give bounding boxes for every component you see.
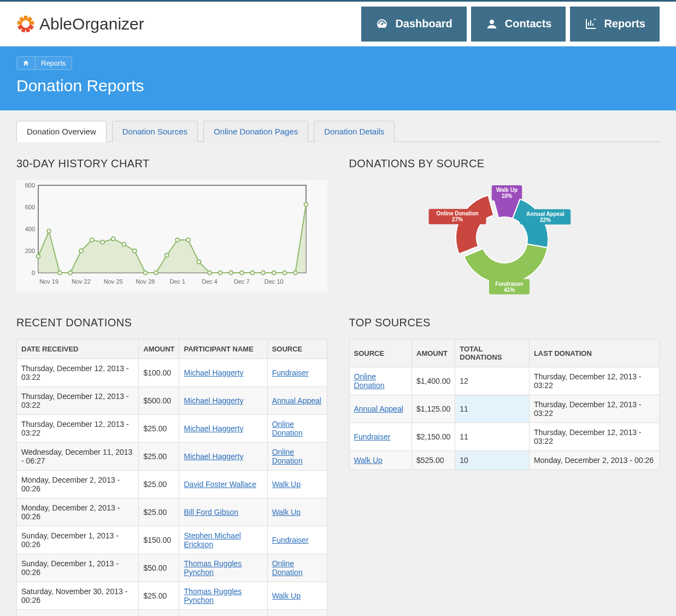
svg-point-32 [133,249,137,253]
tab-donation-overview[interactable]: Donation Overview [16,121,107,142]
tab-online-donation-pages[interactable]: Online Donation Pages [203,121,308,142]
svg-point-25 [58,271,62,275]
line-chart-svg: 0200400600800Nov 19Nov 22Nov 25Nov 28Dec… [16,180,311,289]
cell-amount: $1,400.00 [412,367,455,395]
source-link[interactable]: Online Donation [272,559,303,577]
svg-text:200: 200 [25,248,35,254]
participant-link[interactable]: Michael Haggerty [184,452,243,461]
svg-text:400: 400 [25,226,35,232]
svg-text:22%: 22% [540,217,551,223]
source-link[interactable]: Walk Up [354,456,383,465]
brand-name: AbleOrganizer [39,15,144,33]
cell-source: Annual Appeal [349,395,412,423]
cell-source: Online Donation [267,443,327,471]
svg-point-46 [283,271,286,275]
svg-point-42 [240,271,244,275]
table-row: Fundraiser$2,150.0011Thursday, December … [349,423,660,451]
gauge-icon [375,17,389,31]
source-link[interactable]: Annual Appeal [354,404,403,413]
cell-participant: Michael Haggerty [179,443,267,471]
cell-amount: $25.00 [139,443,179,471]
source-link[interactable]: Fundraiser [354,432,391,441]
tab-label: Online Donation Pages [214,127,298,136]
tab-donation-details[interactable]: Donation Details [314,121,395,142]
top-sources-section: TOP SOURCES SOURCE AMOUNT TOTAL DONATION… [349,316,660,616]
cell-total: 12 [455,367,530,395]
svg-text:800: 800 [25,182,35,189]
participant-link[interactable]: Michael Haggerty [184,396,243,405]
source-link[interactable]: Annual Appeal [272,396,321,405]
brand-logo[interactable]: AbleOrganizer [16,15,144,33]
participant-link[interactable]: Thomas Ruggles Pynchon [184,587,242,605]
recent-donations-table: DATE RECEIVED AMOUNT PARTICIPANT NAME SO… [16,339,327,616]
cell-amount: $25.00 [139,471,179,498]
cell-total: 11 [455,423,530,451]
nav-dashboard-label: Dashboard [395,17,452,30]
cell-source: Online Donation [349,367,412,395]
participant-link[interactable]: Thomas Ruggles Pynchon [184,559,242,577]
nav-reports[interactable]: Reports [570,7,660,42]
col-date-received[interactable]: DATE RECEIVED [17,339,139,359]
svg-text:Nov 28: Nov 28 [136,278,155,285]
cell-amount: $100.00 [139,610,179,617]
tab-label: Donation Overview [27,127,96,136]
cell-participant: Michael Haggerty [179,387,267,415]
source-link[interactable]: Online Donation [272,448,303,465]
table-row: Saturday, November 30, 2013 - 00:26$100.… [17,610,327,617]
svg-text:Nov 22: Nov 22 [72,278,91,285]
svg-text:41%: 41% [504,287,515,293]
col-source[interactable]: SOURCE [267,339,327,359]
svg-text:Dec 1: Dec 1 [169,278,185,285]
page-banner: Reports Donation Reports [0,46,676,110]
breadcrumb-reports[interactable]: Reports [36,57,72,69]
primary-nav: Dashboard Contacts Reports [361,7,660,42]
col-last-donation[interactable]: LAST DONATION [529,339,659,367]
source-link[interactable]: Fundraiser [272,368,309,377]
cell-date: Sunday, December 1, 2013 - 00:26 [17,526,139,554]
svg-point-38 [197,260,201,264]
cell-total: 11 [455,395,530,423]
top-bar: AbleOrganizer Dashboard Contacts Reports [0,0,676,46]
donut-chart: Walk Up10%Annual Appeal22%Fundraiser41%O… [349,180,660,295]
svg-text:Annual Appeal: Annual Appeal [526,211,565,217]
cell-date: Monday, December 2, 2013 - 00:26 [17,471,139,498]
svg-text:Nov 19: Nov 19 [39,278,58,285]
col-source[interactable]: SOURCE [349,339,412,367]
source-link[interactable]: Fundraiser [272,536,309,544]
source-link[interactable]: Walk Up [272,480,301,489]
nav-dashboard[interactable]: Dashboard [361,7,466,42]
table-row: Annual Appeal$1,125.0011Thursday, Decemb… [349,395,660,423]
table-row: Saturday, November 30, 2013 - 00:26$25.0… [17,582,327,610]
source-link[interactable]: Walk Up [272,591,301,600]
table-row: Online Donation$1,400.0012Thursday, Dece… [349,367,660,395]
svg-point-47 [293,271,297,275]
nav-contacts[interactable]: Contacts [471,7,566,42]
participant-link[interactable]: Bill Ford Gibson [184,508,238,517]
svg-point-37 [186,238,190,242]
participant-link[interactable]: Stephen Michael Erickson [184,531,240,549]
tab-donation-sources[interactable]: Donation Sources [112,121,198,142]
source-link[interactable]: Online Donation [272,420,303,437]
cell-source: Fundraiser [267,359,327,387]
home-icon [22,60,30,67]
svg-point-23 [37,255,40,259]
cell-amount: $100.00 [139,359,179,387]
svg-point-35 [165,254,169,257]
participant-link[interactable]: David Foster Wallace [184,480,256,489]
svg-text:Dec 10: Dec 10 [264,278,284,285]
col-participant-name[interactable]: PARTICIPANT NAME [179,339,267,359]
source-link[interactable]: Online Donation [354,372,385,390]
breadcrumb-home[interactable] [17,57,36,69]
svg-point-27 [79,249,83,253]
cell-source: Fundraiser [267,526,327,554]
cell-participant: Michael Haggerty [179,359,267,387]
cell-participant: Michael Haggerty [179,415,267,443]
source-link[interactable]: Walk Up [272,508,301,517]
participant-link[interactable]: Michael Haggerty [184,368,243,377]
history-chart-title: 30-DAY HISTORY CHART [16,157,327,170]
svg-point-44 [261,271,265,275]
col-amount[interactable]: AMOUNT [412,339,455,367]
participant-link[interactable]: Michael Haggerty [184,424,243,433]
col-total-donations[interactable]: TOTAL DONATIONS [455,339,530,367]
col-amount[interactable]: AMOUNT [139,339,179,359]
